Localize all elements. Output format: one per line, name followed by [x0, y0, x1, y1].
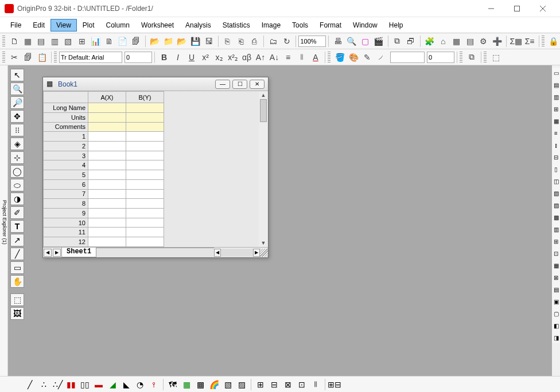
- data-cell[interactable]: [126, 218, 164, 228]
- new-2d-button[interactable]: 🗐: [130, 35, 142, 48]
- worksheet-grid[interactable]: A(X) B(Y) Long NameUnitsComments12345678…: [43, 91, 164, 247]
- toolbar-handle[interactable]: [542, 36, 545, 47]
- data-cell[interactable]: [88, 218, 126, 228]
- dock-tab-0[interactable]: Project Explorer (1): [2, 200, 7, 245]
- data-cursor-tool[interactable]: ⊹: [10, 151, 24, 164]
- surface-plot-button[interactable]: ▩: [194, 378, 207, 391]
- new-excel-button[interactable]: ▤: [35, 35, 48, 48]
- menu-column[interactable]: Column: [100, 19, 135, 32]
- row-header[interactable]: 1: [44, 132, 88, 142]
- toolbar-handle[interactable]: [2, 36, 5, 47]
- menu-window[interactable]: Window: [347, 19, 383, 32]
- font-color-button[interactable]: A: [309, 51, 322, 64]
- r-tool-22[interactable]: ◧: [552, 320, 560, 331]
- save-button[interactable]: 💾: [189, 35, 201, 48]
- scroll-thumb[interactable]: [260, 99, 267, 122]
- data-cell[interactable]: [126, 141, 164, 151]
- workbook-maximize-button[interactable]: ☐: [232, 80, 247, 89]
- palette-button[interactable]: 🎨: [347, 51, 360, 64]
- selection-tool[interactable]: ◯: [10, 165, 24, 178]
- menu-file[interactable]: File: [5, 19, 27, 32]
- meta-cell[interactable]: [126, 112, 164, 122]
- hscroll-right[interactable]: ▶: [253, 249, 260, 257]
- data-cell[interactable]: [88, 237, 126, 247]
- template-3-button[interactable]: ⊠: [282, 378, 294, 391]
- data-reader-tool[interactable]: ◈: [10, 138, 24, 150]
- align-button[interactable]: ≡: [282, 51, 294, 64]
- 3d-plot-button[interactable]: 🗺: [166, 378, 179, 391]
- mask-tool[interactable]: ◑: [10, 193, 24, 205]
- sheet-nav-next[interactable]: ▶: [53, 249, 61, 257]
- r-tool-3[interactable]: ▥: [552, 92, 560, 102]
- r-tool-9[interactable]: ▯: [552, 164, 560, 174]
- row-header[interactable]: 10: [44, 218, 88, 228]
- data-cell[interactable]: [88, 151, 126, 160]
- new-matrix2-button[interactable]: ⊞: [76, 35, 88, 48]
- region-tool[interactable]: ⬭: [10, 179, 24, 191]
- area-plot-button[interactable]: ◢: [106, 378, 119, 391]
- bar-plot-button[interactable]: ▬: [92, 378, 105, 391]
- r-tool-20[interactable]: ▣: [552, 296, 560, 307]
- r-tool-11[interactable]: ▧: [552, 188, 560, 198]
- print-preview-button[interactable]: 🔍: [345, 35, 358, 48]
- workbook-titlebar[interactable]: ▦ Book1 — ☐ ✕: [43, 77, 268, 91]
- toolbar-handle[interactable]: [2, 52, 5, 63]
- r-tool-21[interactable]: ▢: [552, 308, 560, 319]
- template-6-button[interactable]: ⊞⊟: [328, 378, 341, 391]
- object-edit-button[interactable]: ⧉: [465, 51, 478, 64]
- vertical-scrollbar[interactable]: ▲ ▼: [259, 91, 268, 247]
- pan-tool[interactable]: ✋: [10, 275, 24, 288]
- workbook-close-button[interactable]: ✕: [250, 80, 265, 89]
- group-button[interactable]: ⬚: [489, 51, 502, 64]
- superscript-button[interactable]: x²: [199, 51, 212, 64]
- arrow-tool[interactable]: ↗: [10, 234, 24, 246]
- roi-tool[interactable]: ⬚: [10, 293, 24, 306]
- sheet-nav-prev[interactable]: ◀: [44, 249, 52, 257]
- row-header[interactable]: 4: [44, 160, 88, 170]
- meta-cell[interactable]: [88, 122, 126, 132]
- r-tool-17[interactable]: ▦: [552, 260, 560, 271]
- pointer-tool[interactable]: ↖: [10, 69, 24, 81]
- slide-button[interactable]: ▢: [359, 35, 372, 48]
- 3d-bars-button[interactable]: ▦: [180, 378, 193, 391]
- cut-button[interactable]: ✂: [8, 51, 21, 64]
- import-single-button[interactable]: ⎗: [235, 35, 247, 48]
- meta-row-header[interactable]: Comments: [44, 122, 88, 132]
- scroll-up-button[interactable]: ▲: [259, 91, 268, 99]
- rescale-tool[interactable]: ✥: [10, 110, 24, 123]
- sum-button[interactable]: Σ▦: [510, 35, 522, 48]
- line-scatter-button[interactable]: ∴╱: [51, 378, 64, 391]
- close-button[interactable]: [530, 0, 555, 17]
- data-cell[interactable]: [126, 228, 164, 237]
- new-notes-button[interactable]: 📄: [116, 35, 129, 48]
- row-header[interactable]: 9: [44, 208, 88, 218]
- image-plot-button[interactable]: ▧: [221, 378, 234, 391]
- menu-help[interactable]: Help: [383, 19, 409, 32]
- fill-color-button[interactable]: 🪣: [333, 51, 346, 64]
- column-plot-2-button[interactable]: ▯▯: [79, 378, 91, 391]
- row-header[interactable]: 6: [44, 179, 88, 189]
- workbook-minimize-button[interactable]: —: [215, 80, 230, 89]
- menu-edit[interactable]: Edit: [27, 19, 50, 32]
- rect-tool[interactable]: ▭: [10, 261, 24, 274]
- r-tool-2[interactable]: ▤: [552, 80, 560, 90]
- scroll-down-button[interactable]: ▼: [259, 239, 268, 247]
- corner-header[interactable]: [44, 92, 88, 103]
- meta-cell[interactable]: [126, 122, 164, 132]
- horizontal-scrollbar[interactable]: ◀ ▶: [214, 249, 260, 257]
- new-workbook-button[interactable]: ▦: [21, 35, 34, 48]
- row-header[interactable]: 11: [44, 228, 88, 237]
- vertical-button[interactable]: ⦀: [295, 51, 308, 64]
- digitize-button[interactable]: ⚙: [477, 35, 490, 48]
- stats-button[interactable]: Σ≡: [523, 35, 536, 48]
- data-cell[interactable]: [88, 141, 126, 151]
- manager-button[interactable]: 🧩: [423, 35, 436, 48]
- toolbar-handle[interactable]: [328, 52, 330, 63]
- line-width-combo[interactable]: [427, 52, 454, 63]
- contour-plot-button[interactable]: 🌈: [208, 378, 220, 391]
- data-cell[interactable]: [88, 132, 126, 142]
- row-header[interactable]: 5: [44, 170, 88, 180]
- add-column-button[interactable]: ▦: [450, 35, 463, 48]
- transfer-button[interactable]: ➕: [491, 35, 504, 48]
- new-function-button[interactable]: 📊: [89, 35, 102, 48]
